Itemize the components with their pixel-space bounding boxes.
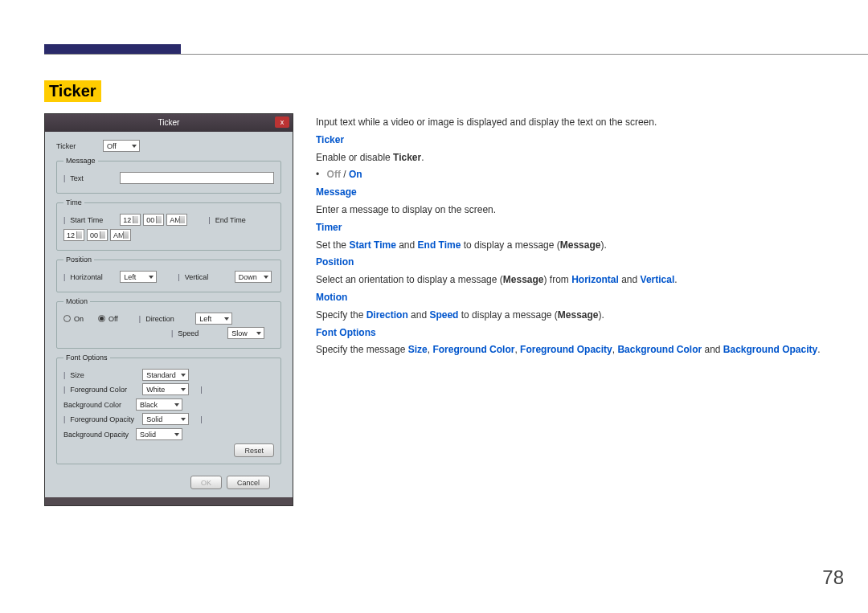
fgcolor-label: Foreground Color bbox=[70, 386, 139, 394]
motion-off-radio[interactable] bbox=[98, 315, 105, 322]
speed-label: Speed bbox=[178, 329, 224, 337]
bgopacity-select[interactable]: Solid bbox=[136, 428, 182, 440]
bgcolor-label: Background Color bbox=[63, 401, 133, 409]
timer-heading: Timer bbox=[316, 222, 342, 233]
start-hour-input[interactable]: 12 bbox=[120, 214, 141, 226]
time-group: Time |Start Time 12 00 AM |End Time bbox=[56, 198, 281, 251]
position-group: Position |Horizontal Left |Vertical Down bbox=[56, 255, 281, 292]
close-icon[interactable]: x bbox=[275, 116, 289, 128]
font-heading: Font Options bbox=[316, 327, 376, 338]
ticker-desc: Enable or disable Ticker. bbox=[316, 150, 844, 166]
dialog-titlebar: Ticker x bbox=[45, 114, 293, 132]
direction-select[interactable]: Left bbox=[195, 313, 232, 325]
page-number: 78 bbox=[822, 566, 844, 589]
cancel-button[interactable]: Cancel bbox=[227, 476, 270, 489]
dialog-title-text: Ticker bbox=[158, 118, 180, 127]
timer-desc: Set the Start Time and End Time to displ… bbox=[316, 238, 844, 254]
bgcolor-select[interactable]: Black bbox=[136, 398, 182, 411]
ticker-label: Ticker bbox=[56, 142, 103, 150]
time-legend: Time bbox=[63, 198, 84, 206]
start-time-label: Start Time bbox=[70, 216, 117, 224]
motion-off-label: Off bbox=[108, 315, 118, 323]
size-label: Size bbox=[70, 371, 139, 379]
direction-label: Direction bbox=[145, 315, 192, 323]
font-options-group: Font Options |Size Standard |Foreground … bbox=[56, 353, 281, 464]
text-label: Text bbox=[70, 174, 117, 182]
motion-on-label: On bbox=[74, 315, 84, 323]
ticker-heading: Ticker bbox=[316, 134, 344, 145]
intro-text: Input text while a video or image is dis… bbox=[316, 115, 844, 131]
horizontal-label: Horizontal bbox=[70, 273, 117, 281]
end-time-label: End Time bbox=[215, 216, 262, 224]
start-min-input[interactable]: 00 bbox=[143, 214, 164, 226]
ok-button[interactable]: OK bbox=[190, 476, 222, 489]
end-ampm-input[interactable]: AM bbox=[110, 229, 131, 241]
fgopacity-label: Foreground Opacity bbox=[70, 415, 139, 423]
vertical-select[interactable]: Down bbox=[235, 271, 272, 283]
end-hour-input[interactable]: 12 bbox=[63, 229, 84, 241]
header-accent-bar bbox=[44, 44, 181, 54]
message-heading: Message bbox=[316, 186, 357, 198]
fgopacity-select[interactable]: Solid bbox=[142, 413, 189, 425]
ticker-options: • Off / On bbox=[316, 167, 844, 183]
description-column: Input text while a video or image is dis… bbox=[316, 113, 844, 360]
page-content: Ticker Ticker x Ticker Off Message bbox=[44, 80, 844, 506]
start-ampm-input[interactable]: AM bbox=[166, 214, 187, 226]
size-select[interactable]: Standard bbox=[142, 369, 189, 381]
section-title: Ticker bbox=[44, 80, 101, 102]
bgopacity-label: Background Opacity bbox=[63, 431, 133, 439]
motion-legend: Motion bbox=[63, 297, 90, 305]
motion-heading: Motion bbox=[316, 292, 347, 303]
message-group: Message |Text bbox=[56, 157, 281, 194]
dialog-screenshot: Ticker x Ticker Off Message |Text bbox=[44, 113, 293, 506]
header-rule bbox=[44, 54, 868, 55]
font-legend: Font Options bbox=[63, 353, 110, 362]
message-input[interactable] bbox=[120, 172, 274, 184]
font-desc: Specify the message Size, Foreground Col… bbox=[316, 342, 844, 358]
horizontal-select[interactable]: Left bbox=[120, 271, 157, 283]
position-heading: Position bbox=[316, 256, 354, 268]
motion-desc: Specify the Direction and Speed to displ… bbox=[316, 308, 844, 324]
motion-group: Motion On Off |Direction Left bbox=[56, 297, 281, 349]
message-legend: Message bbox=[63, 157, 98, 165]
motion-on-radio[interactable] bbox=[63, 315, 71, 322]
end-min-input[interactable]: 00 bbox=[87, 229, 108, 241]
fgcolor-select[interactable]: White bbox=[142, 383, 189, 395]
vertical-label: Vertical bbox=[185, 273, 231, 281]
message-desc: Enter a message to display on the screen… bbox=[316, 202, 844, 219]
speed-select[interactable]: Slow bbox=[227, 327, 264, 339]
position-legend: Position bbox=[63, 255, 94, 264]
reset-button[interactable]: Reset bbox=[234, 443, 274, 457]
ticker-select[interactable]: Off bbox=[103, 140, 140, 152]
position-desc: Select an orientation to display a messa… bbox=[316, 272, 844, 288]
